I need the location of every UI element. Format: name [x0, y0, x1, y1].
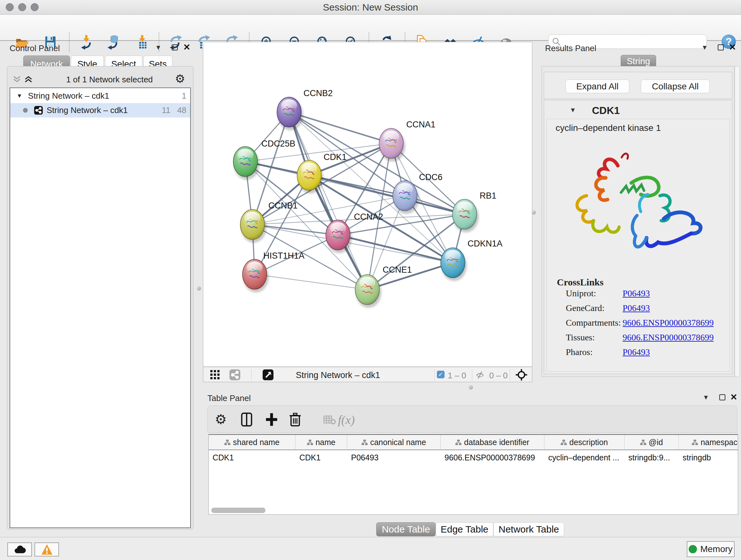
selected-nodes-checkbox[interactable]: ✓ [437, 371, 445, 378]
results-panel-close-icon[interactable]: ✕ [729, 42, 736, 52]
cloud-button[interactable] [7, 543, 32, 557]
network-share-icon[interactable] [229, 369, 240, 380]
network-node-CDKN1A[interactable]: CDKN1A [441, 239, 502, 281]
crosslink-link[interactable]: 9606.ENSP00000378699 [623, 332, 714, 343]
delete-table-icon-disabled [323, 415, 336, 425]
crosslink-label: GeneCard: [566, 303, 604, 313]
collapse-all-networks-icon[interactable] [12, 75, 21, 83]
network-node-count: 11 [162, 105, 171, 115]
results-panel-title: Results Panel [545, 44, 596, 53]
network-edge-CCNB2-CCNE1[interactable] [289, 112, 367, 290]
crosslink-label: Compartments: [566, 318, 621, 328]
network-node-CCNA1[interactable]: CCNA1 [379, 120, 435, 162]
network-collection-row[interactable]: ▼ String Network – cdk1 1 [10, 89, 190, 103]
column-header-database-identifier[interactable]: database identifier [441, 435, 544, 450]
node-label-CDKN1A: CDKN1A [468, 239, 502, 248]
grid-view-icon[interactable] [210, 370, 220, 380]
results-panel-collapse-icon[interactable]: ▾ [703, 43, 706, 52]
control-panel: Control Panel ▾ ✕ Network Style Select S… [0, 41, 195, 537]
results-panel-scrollbar[interactable] [735, 66, 740, 377]
node-label-CCNB1: CCNB1 [268, 201, 298, 210]
network-row-selected[interactable]: String Network – cdk1 11 48 [10, 103, 190, 118]
tab-node-table[interactable]: Node Table [376, 522, 435, 537]
horizontal-splitter-handle[interactable] [469, 385, 473, 389]
collection-name: String Network – cdk1 [28, 91, 109, 101]
network-options-gear-icon[interactable]: ⚙ [175, 72, 185, 85]
network-name: String Network – cdk1 [47, 105, 128, 115]
network-view-canvas[interactable]: CCNB2CCNA1CDC25BCDK1CDC6RB1CCNB1CCNA2CDK… [203, 42, 532, 367]
crosslink-label: Uniprot: [566, 288, 596, 299]
node-label-CDK1: CDK1 [324, 152, 347, 162]
column-header-canonical-name[interactable]: canonical name [347, 435, 441, 450]
cloud-icon [13, 544, 26, 555]
expand-all-button[interactable]: Expand All [565, 79, 629, 93]
memory-button[interactable]: Memory [687, 541, 735, 557]
network-view-title: String Network – cdk1 [296, 370, 380, 380]
warning-icon [41, 543, 53, 556]
delete-column-icon[interactable] [288, 412, 302, 428]
tab-edge-table[interactable]: Edge Table [435, 522, 493, 537]
crosslink-link[interactable]: P06493 [623, 347, 650, 357]
table-horizontal-scrollbar[interactable] [211, 508, 266, 513]
birds-eye-view-icon[interactable] [263, 369, 273, 380]
crosslink-link[interactable]: P06493 [623, 303, 650, 313]
memory-label: Memory [700, 544, 732, 554]
node-label-RB1: RB1 [480, 191, 496, 200]
network-node-HIST1H1A[interactable]: HIST1H1A [243, 251, 305, 293]
collection-count: 1 [182, 91, 186, 101]
node-label-CCNB2: CCNB2 [304, 88, 333, 98]
control-panel-float-icon[interactable] [172, 44, 178, 51]
network-selected-status: 1 of 1 Network selected [46, 75, 173, 84]
status-bar: Memory [0, 537, 741, 560]
toolbar-divider [251, 369, 252, 381]
tab-string[interactable]: String [621, 55, 656, 68]
network-node-CCNE1[interactable]: CCNE1 [355, 265, 412, 308]
control-panel-close-icon[interactable]: ✕ [183, 42, 191, 52]
table-cell[interactable]: CDK1 [295, 451, 347, 464]
control-panel-title: Control Panel [10, 44, 60, 53]
hidden-elements-eye-icon [475, 370, 485, 379]
toolbar-divider [510, 369, 510, 381]
crosslink-link[interactable]: P06493 [623, 288, 650, 299]
results-panel-float-icon[interactable] [718, 44, 724, 51]
column-header-shared-name[interactable]: shared name [209, 435, 295, 450]
window-title: Session: New Session [0, 0, 741, 15]
column-type-icon [307, 440, 313, 445]
hidden-count: 0 – 0 [489, 371, 508, 381]
window-titlebar: Session: New Session [0, 0, 741, 15]
warning-button[interactable] [35, 543, 59, 557]
network-view-toolbar: String Network – cdk1 ✓ 1 – 0 0 – 0 [203, 367, 532, 382]
selected-count: 1 – 0 [448, 371, 466, 381]
fit-selected-crosshair-icon[interactable] [515, 369, 528, 381]
create-column-icon[interactable] [265, 412, 279, 427]
network-node-RB1[interactable]: RB1 [453, 191, 496, 233]
crosslink-link[interactable]: 9606.ENSP00000378699 [623, 318, 714, 328]
gene-collapse-icon[interactable]: ▾ [571, 105, 575, 114]
control-panel-collapse-icon[interactable]: ▾ [156, 43, 160, 52]
left-splitter-handle[interactable] [197, 287, 201, 291]
gene-details: cyclin–dependent kinase 1 CrossLinks Uni… [546, 119, 730, 372]
node-label-CCNE1: CCNE1 [383, 265, 412, 274]
network-edge-count: 48 [177, 105, 186, 115]
gene-symbol: CDK1 [592, 105, 620, 117]
tree-expand-icon[interactable]: ▼ [17, 92, 22, 99]
node-label-HIST1H1A: HIST1H1A [263, 251, 305, 260]
table-settings-gear-icon[interactable]: ⚙ [215, 412, 227, 427]
table-cell[interactable]: 9606.ENSP00000378699 [441, 451, 544, 464]
network-edge-CCNB2-CCNA1[interactable] [289, 112, 391, 143]
memory-status-dot [689, 545, 697, 553]
column-type-icon [224, 440, 230, 445]
expand-all-networks-icon[interactable] [24, 75, 33, 83]
network-node-CCNB1[interactable]: CCNB1 [240, 201, 298, 243]
table-cell[interactable]: CDK1 [209, 451, 295, 464]
collapse-all-button[interactable]: Collapse All [641, 79, 710, 93]
crosslink-label: Pharos: [566, 347, 593, 357]
protein-structure-image [564, 145, 704, 269]
column-type-icon [361, 440, 367, 445]
show-columns-icon[interactable] [240, 412, 254, 427]
node-label-CDC6: CDC6 [419, 172, 443, 182]
table-cell[interactable]: P06493 [347, 451, 441, 464]
network-edge-HIST1H1A-CCNE1[interactable] [255, 274, 367, 290]
column-header-name[interactable]: name [295, 435, 347, 450]
right-splitter-handle[interactable] [532, 210, 536, 214]
